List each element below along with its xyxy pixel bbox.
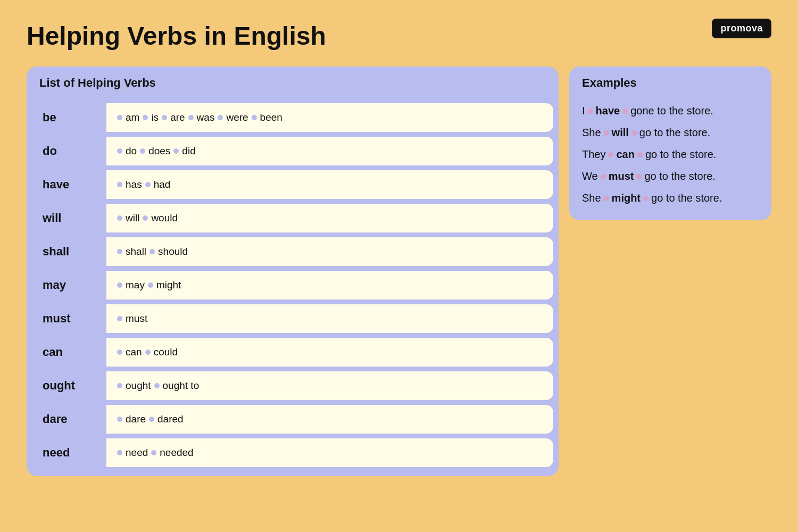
dot-icon bbox=[252, 115, 257, 120]
form-item: dare bbox=[117, 413, 146, 425]
form-text: must bbox=[126, 313, 147, 325]
dot-icon bbox=[143, 215, 148, 221]
table-row: cancancould bbox=[32, 337, 553, 368]
dot-icon bbox=[117, 316, 122, 321]
table-row: havehashad bbox=[32, 169, 553, 200]
dot-icon bbox=[117, 182, 122, 187]
verb-forms: dodoesdid bbox=[106, 137, 553, 165]
verb-forms: needneeded bbox=[106, 438, 553, 467]
page-title: Helping Verbs in English bbox=[27, 21, 771, 51]
brand-badge: promova bbox=[712, 19, 771, 38]
dot-pink-icon bbox=[622, 109, 628, 114]
dot-icon bbox=[218, 115, 223, 120]
verb-label: need bbox=[32, 437, 106, 468]
verb-label: do bbox=[32, 136, 106, 167]
dot-icon bbox=[117, 148, 122, 154]
dot-icon bbox=[173, 148, 179, 154]
form-item: should bbox=[149, 246, 188, 257]
form-item: do bbox=[117, 145, 137, 157]
form-text: were bbox=[226, 112, 248, 123]
example-after: go to the store. bbox=[644, 170, 715, 182]
table-row: daredaredared bbox=[32, 404, 553, 435]
example-verb: can bbox=[616, 148, 634, 161]
dot-icon bbox=[145, 350, 151, 355]
main-layout: List of Helping Verbs beamisarewaswerebe… bbox=[27, 66, 771, 476]
form-text: dared bbox=[157, 413, 184, 425]
form-text: had bbox=[154, 179, 171, 190]
verb-label: ought bbox=[32, 370, 106, 401]
example-sentence: Wemustgo to the store. bbox=[582, 170, 759, 182]
verb-label: must bbox=[32, 303, 106, 334]
form-text: will bbox=[126, 212, 139, 224]
form-item: must bbox=[117, 313, 147, 325]
example-verb: must bbox=[609, 170, 634, 182]
form-item: shall bbox=[117, 246, 146, 257]
example-after: go to the store. bbox=[639, 127, 710, 139]
dot-icon bbox=[149, 249, 155, 254]
verb-label: shall bbox=[32, 236, 106, 267]
dot-icon bbox=[117, 350, 122, 355]
example-sentence: Shemightgo to the store. bbox=[582, 192, 759, 204]
form-item: need bbox=[117, 447, 148, 459]
dot-icon bbox=[117, 282, 122, 288]
example-after: go to the store. bbox=[651, 192, 722, 204]
table-row: maymaymight bbox=[32, 270, 553, 301]
examples-container: Examples Ihavegone to the store.Shewillg… bbox=[569, 66, 771, 220]
verb-forms: maymight bbox=[106, 271, 553, 300]
example-verb: will bbox=[612, 127, 629, 139]
verb-forms: oughtought to bbox=[106, 371, 553, 400]
form-text: may bbox=[126, 279, 145, 291]
example-before: She bbox=[582, 192, 601, 204]
dot-icon bbox=[143, 115, 148, 120]
form-text: does bbox=[148, 145, 170, 157]
dot-pink-icon bbox=[601, 174, 606, 179]
example-after: gone to the store. bbox=[630, 105, 713, 117]
form-item: is bbox=[143, 112, 159, 123]
table-row: beamisarewaswerebeen bbox=[32, 102, 553, 133]
dot-icon bbox=[117, 115, 122, 120]
form-item: would bbox=[143, 212, 178, 224]
form-text: can bbox=[126, 346, 142, 358]
form-text: shall bbox=[126, 246, 146, 257]
example-after: go to the store. bbox=[645, 148, 716, 161]
dot-icon bbox=[117, 383, 122, 388]
example-verb: might bbox=[612, 192, 641, 204]
form-item: has bbox=[117, 179, 142, 190]
example-verb: have bbox=[596, 105, 620, 117]
form-text: dare bbox=[126, 413, 146, 425]
table-row: mustmust bbox=[32, 303, 553, 334]
examples-body: Ihavegone to the store.Shewillgo to the … bbox=[569, 99, 771, 210]
form-text: are bbox=[170, 112, 185, 123]
example-before: They bbox=[582, 148, 605, 161]
example-sentence: Theycango to the store. bbox=[582, 148, 759, 161]
form-item: did bbox=[173, 145, 195, 157]
dot-pink-icon bbox=[637, 152, 643, 157]
verb-label: have bbox=[32, 169, 106, 200]
example-before: I bbox=[582, 105, 585, 117]
dot-icon bbox=[149, 417, 154, 422]
form-text: is bbox=[151, 112, 159, 123]
dot-icon bbox=[188, 115, 194, 120]
form-text: might bbox=[156, 279, 181, 291]
form-item: were bbox=[218, 112, 248, 123]
verb-forms: daredared bbox=[106, 405, 553, 434]
form-item: could bbox=[145, 346, 178, 358]
form-item: may bbox=[117, 279, 145, 291]
table-header: List of Helping Verbs bbox=[27, 66, 559, 99]
dot-icon bbox=[151, 450, 156, 455]
verb-forms: willwould bbox=[106, 204, 553, 232]
dot-icon bbox=[117, 215, 122, 221]
verb-forms: hashad bbox=[106, 170, 553, 199]
form-text: did bbox=[182, 145, 195, 157]
form-text: has bbox=[126, 179, 142, 190]
example-sentence: Ihavegone to the store. bbox=[582, 105, 759, 117]
form-text: needed bbox=[160, 447, 193, 459]
form-text: could bbox=[154, 346, 178, 358]
form-item: was bbox=[188, 112, 215, 123]
verb-forms: must bbox=[106, 304, 553, 333]
dot-pink-icon bbox=[588, 109, 593, 114]
table-row: oughtoughtought to bbox=[32, 370, 553, 401]
verb-label: will bbox=[32, 203, 106, 234]
dot-icon bbox=[117, 417, 122, 422]
verb-forms: amisarewaswerebeen bbox=[106, 103, 553, 132]
